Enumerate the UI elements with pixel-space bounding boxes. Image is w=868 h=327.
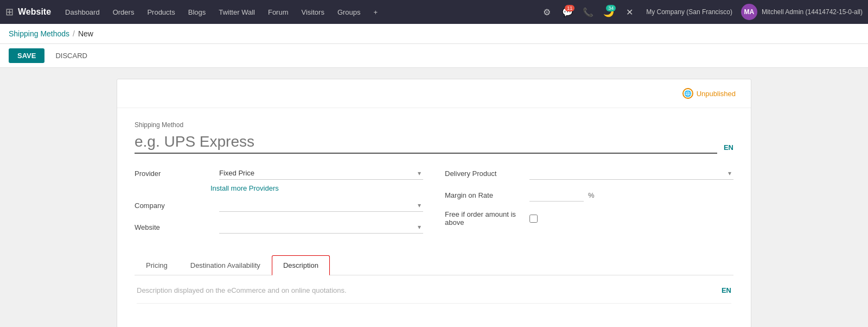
company-label[interactable]: My Company (San Francisco) <box>642 8 737 16</box>
top-nav: ⊞ Website Dashboard Orders Products Blog… <box>0 0 868 24</box>
form-right: Delivery Product Margin on Rate 0.00 % <box>445 167 733 242</box>
shipping-name-row: EN <box>135 131 733 154</box>
shipping-name-en: EN <box>724 143 733 152</box>
nav-add[interactable]: + <box>368 0 384 24</box>
percent-label: % <box>588 191 595 199</box>
moon-icon-btn[interactable]: 🌙 34 <box>601 4 617 20</box>
nav-forum[interactable]: Forum <box>263 0 294 24</box>
nav-blogs[interactable]: Blogs <box>183 0 212 24</box>
breadcrumb-separator: / <box>73 29 75 38</box>
delivery-product-row: Delivery Product <box>445 167 733 180</box>
website-select[interactable] <box>219 221 423 234</box>
nav-twitter-wall[interactable]: Twitter Wall <box>213 0 260 24</box>
save-button[interactable]: SAVE <box>9 48 44 63</box>
brand-name[interactable]: Website <box>18 7 51 17</box>
shipping-name-input[interactable] <box>135 131 717 154</box>
margin-rate-input[interactable]: 0.00 <box>529 188 584 202</box>
breadcrumb: Shipping Methods / New <box>0 24 868 44</box>
provider-row: Provider Fixed Price Manual Free <box>135 167 423 180</box>
close-icon-btn[interactable]: ✕ <box>621 4 637 20</box>
nav-products[interactable]: Products <box>142 0 180 24</box>
website-field <box>219 221 423 234</box>
free-if-row: Free if order amount is above <box>445 210 733 227</box>
delivery-product-label: Delivery Product <box>445 169 521 178</box>
install-providers-link[interactable]: Install more Providers <box>210 184 423 192</box>
free-if-label: Free if order amount is above <box>445 210 521 227</box>
delivery-product-field <box>529 167 733 180</box>
company-row: Company <box>135 199 423 212</box>
user-avatar[interactable]: MA <box>741 4 757 20</box>
form-grid: Provider Fixed Price Manual Free <box>135 167 733 242</box>
tab-content-row: Description displayed on the eCommerce a… <box>137 286 731 294</box>
form-body: Shipping Method EN Provider Fixed Price <box>117 108 751 327</box>
chat-icon-btn[interactable]: 💬 11 <box>559 4 576 20</box>
unpublished-button[interactable]: 🌐 Unpublished <box>678 86 740 101</box>
action-bar: SAVE DISCARD <box>0 44 868 68</box>
tab-pricing[interactable]: Pricing <box>135 255 179 275</box>
free-if-checkbox[interactable] <box>529 215 538 223</box>
free-if-field <box>529 215 733 223</box>
form-left: Provider Fixed Price Manual Free <box>135 167 423 242</box>
globe-icon: 🌐 <box>682 88 693 99</box>
company-select[interactable] <box>219 199 423 212</box>
discard-button[interactable]: DISCARD <box>49 48 94 63</box>
shipping-method-label: Shipping Method <box>135 121 733 129</box>
user-name[interactable]: Mitchell Admin (14414742-15-0-all) <box>762 8 863 16</box>
nav-dashboard[interactable]: Dashboard <box>60 0 105 24</box>
nav-groups[interactable]: Groups <box>332 0 366 24</box>
nav-orders[interactable]: Orders <box>107 0 140 24</box>
nav-right: ⚙ 💬 11 📞 🌙 34 ✕ My Company (San Francisc… <box>539 4 863 20</box>
breadcrumb-current: New <box>78 29 93 38</box>
unpublished-label: Unpublished <box>697 90 736 98</box>
tabs-bar: Pricing Destination Availability Descrip… <box>135 255 733 275</box>
tab-destination-availability[interactable]: Destination Availability <box>179 255 272 275</box>
website-label: Website <box>135 223 210 231</box>
grid-icon[interactable]: ⊞ <box>5 6 14 18</box>
breadcrumb-parent[interactable]: Shipping Methods <box>9 29 69 38</box>
margin-rate-row: Margin on Rate 0.00 % <box>445 188 733 202</box>
delivery-product-select[interactable] <box>529 167 733 180</box>
star-icon-btn[interactable]: ⚙ <box>539 4 555 20</box>
provider-field: Fixed Price Manual Free <box>219 167 423 180</box>
company-label: Company <box>135 202 210 210</box>
website-row: Website <box>135 221 423 234</box>
tab-description-content: Description displayed on the eCommerce a… <box>135 275 733 315</box>
phone-icon-btn[interactable]: 📞 <box>580 4 596 20</box>
provider-select[interactable]: Fixed Price Manual Free <box>219 167 423 180</box>
margin-rate-label: Margin on Rate <box>445 191 521 199</box>
tab-description[interactable]: Description <box>272 255 330 275</box>
description-en: EN <box>722 286 731 294</box>
company-field <box>219 199 423 212</box>
chat-badge: 11 <box>565 5 575 11</box>
provider-select-wrapper: Fixed Price Manual Free <box>219 167 423 180</box>
description-hint: Description displayed on the eCommerce a… <box>137 286 347 294</box>
nav-visitors[interactable]: Visitors <box>296 0 330 24</box>
tab-content-body: Description displayed on the eCommerce a… <box>137 286 731 304</box>
form-card: 🌐 Unpublished Shipping Method EN Provide… <box>117 79 751 327</box>
provider-label: Provider <box>135 169 210 178</box>
form-card-header: 🌐 Unpublished <box>117 79 751 108</box>
main-content: 🌐 Unpublished Shipping Method EN Provide… <box>0 68 868 327</box>
margin-rate-field: 0.00 % <box>529 188 733 202</box>
moon-badge: 34 <box>606 5 616 11</box>
